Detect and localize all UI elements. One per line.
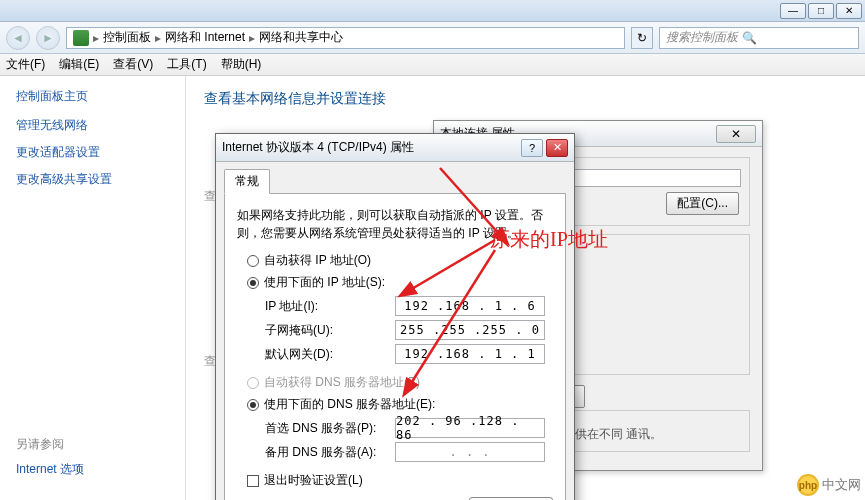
radio-ip-manual[interactable]	[247, 277, 259, 289]
search-placeholder: 搜索控制面板	[666, 29, 738, 46]
ipv4-properties-dialog: Internet 协议版本 4 (TCP/IPv4) 属性 ? ✕ 常规 如果网…	[215, 133, 575, 500]
dns1-input[interactable]: 202 . 96 .128 . 86	[395, 418, 545, 438]
sidebar-change-adapter[interactable]: 更改适配器设置	[16, 144, 169, 161]
sidebar-internet-options[interactable]: Internet 选项	[16, 461, 169, 478]
adapter-close-button[interactable]: ✕	[716, 125, 756, 143]
sidebar-advanced-sharing[interactable]: 更改高级共享设置	[16, 171, 169, 188]
subnet-mask-label: 子网掩码(U):	[265, 322, 395, 339]
breadcrumb[interactable]: ▸ 控制面板 ▸ 网络和 Internet ▸ 网络和共享中心	[66, 27, 625, 49]
ip-address-label: IP 地址(I):	[265, 298, 395, 315]
radio-dns-auto	[247, 377, 259, 389]
subnet-mask-input[interactable]: 255 .255 .255 . 0	[395, 320, 545, 340]
dns2-input[interactable]: . . .	[395, 442, 545, 462]
crumb-network-internet[interactable]: 网络和 Internet	[165, 29, 245, 46]
crumb-control-panel[interactable]: 控制面板	[103, 29, 151, 46]
tab-general[interactable]: 常规	[224, 169, 270, 194]
menu-view[interactable]: 查看(V)	[113, 56, 153, 73]
nav-back-button[interactable]: ◄	[6, 26, 30, 50]
dialog-titlebar: Internet 协议版本 4 (TCP/IPv4) 属性 ? ✕	[216, 134, 574, 162]
chevron-right-icon: ▸	[155, 31, 161, 45]
validate-checkbox[interactable]	[247, 475, 259, 487]
sidebar-manage-wireless[interactable]: 管理无线网络	[16, 117, 169, 134]
page-title: 查看基本网络信息并设置连接	[204, 90, 847, 108]
dns1-label: 首选 DNS 服务器(P):	[265, 420, 395, 437]
radio-dns-manual-label: 使用下面的 DNS 服务器地址(E):	[264, 396, 435, 413]
nav-forward-button[interactable]: ►	[36, 26, 60, 50]
crumb-network-center[interactable]: 网络和共享中心	[259, 29, 343, 46]
help-button[interactable]: ?	[521, 139, 543, 157]
gateway-label: 默认网关(D):	[265, 346, 395, 363]
window-titlebar: — □ ✕	[0, 0, 865, 22]
dns2-label: 备用 DNS 服务器(A):	[265, 444, 395, 461]
maximize-button[interactable]: □	[808, 3, 834, 19]
watermark: php 中文网	[797, 474, 861, 496]
refresh-button[interactable]: ↻	[631, 27, 653, 49]
sidebar: 控制面板主页 管理无线网络 更改适配器设置 更改高级共享设置 另请参阅 Inte…	[0, 76, 186, 500]
close-window-button[interactable]: ✕	[836, 3, 862, 19]
radio-dns-manual[interactable]	[247, 399, 259, 411]
menu-tools[interactable]: 工具(T)	[167, 56, 206, 73]
tab-strip: 常规	[216, 162, 574, 193]
minimize-button[interactable]: —	[780, 3, 806, 19]
menu-file[interactable]: 文件(F)	[6, 56, 45, 73]
chevron-right-icon: ▸	[93, 31, 99, 45]
watermark-logo-icon: php	[797, 474, 819, 496]
sidebar-see-also-label: 另请参阅	[16, 436, 169, 453]
watermark-text: 中文网	[822, 476, 861, 494]
radio-ip-auto[interactable]	[247, 255, 259, 267]
configure-button[interactable]: 配置(C)...	[666, 192, 739, 215]
chevron-right-icon: ▸	[249, 31, 255, 45]
radio-dns-auto-label: 自动获得 DNS 服务器地址(B)	[264, 374, 420, 391]
search-icon: 🔍	[742, 31, 757, 45]
menu-bar: 文件(F) 编辑(E) 查看(V) 工具(T) 帮助(H)	[0, 54, 865, 76]
control-panel-icon	[73, 30, 89, 46]
radio-ip-manual-label: 使用下面的 IP 地址(S):	[264, 274, 385, 291]
ip-address-input[interactable]: 192 .168 . 1 . 6	[395, 296, 545, 316]
annotation-text: 原来的IP地址	[490, 226, 608, 253]
address-bar: ◄ ► ▸ 控制面板 ▸ 网络和 Internet ▸ 网络和共享中心 ↻ 搜索…	[0, 22, 865, 54]
dialog-title: Internet 协议版本 4 (TCP/IPv4) 属性	[222, 139, 414, 156]
menu-help[interactable]: 帮助(H)	[221, 56, 262, 73]
search-input[interactable]: 搜索控制面板 🔍	[659, 27, 859, 49]
close-dialog-button[interactable]: ✕	[546, 139, 568, 157]
sidebar-home[interactable]: 控制面板主页	[16, 88, 169, 105]
radio-ip-auto-label: 自动获得 IP 地址(O)	[264, 252, 371, 269]
gateway-input[interactable]: 192 .168 . 1 . 1	[395, 344, 545, 364]
validate-label: 退出时验证设置(L)	[264, 472, 363, 489]
menu-edit[interactable]: 编辑(E)	[59, 56, 99, 73]
